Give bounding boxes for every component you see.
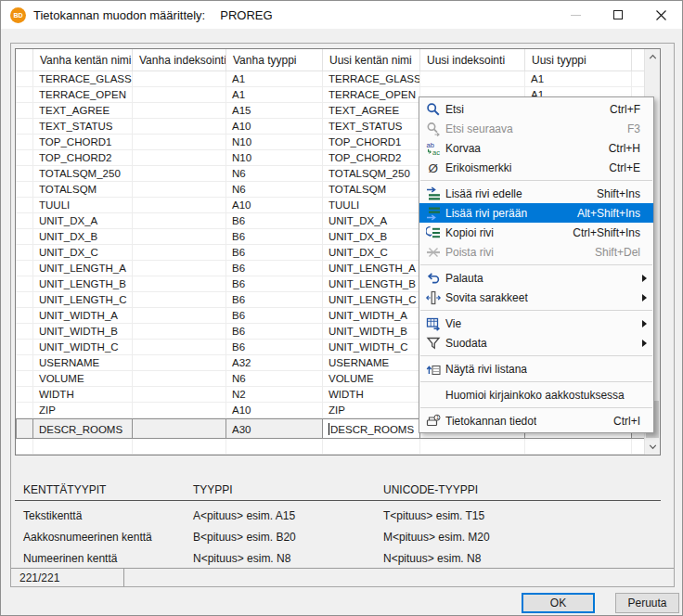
- menu-item-lisaa-rivi-peraan[interactable]: Lisää rivi peräänAlt+Shift+Ins: [419, 203, 653, 223]
- row-gutter: [16, 135, 33, 150]
- menu-item-shortcut: Ctrl+H: [609, 142, 651, 155]
- row-gutter: [16, 355, 33, 371]
- old-type-cell: B6: [226, 276, 323, 292]
- menu-item-vie[interactable]: Vie: [419, 314, 653, 333]
- fit-columns-icon: [421, 290, 445, 305]
- field-type-name: Numeerinen kenttä: [23, 552, 193, 565]
- old-type-cell: B6: [226, 213, 323, 229]
- scroll-down-button[interactable]: [645, 439, 661, 455]
- menu-item-label: Vie: [445, 317, 461, 330]
- new-field-name-cell: WIDTH: [323, 387, 420, 403]
- new-field-name-cell: UNIT_DX_A: [323, 213, 420, 229]
- row-gutter: [16, 387, 33, 403]
- menu-item-shortcut: Ctrl+I: [613, 415, 651, 428]
- dialog-window: BD Tietokannan muodon määrittely:PROREG …: [0, 0, 683, 616]
- menu-item-label: Tietokannan tiedot: [445, 415, 536, 428]
- menu-item-suodata[interactable]: Suodata: [419, 333, 653, 353]
- old-field-name-cell: UNIT_WIDTH_C: [33, 340, 133, 355]
- old-type-cell: N6: [226, 371, 323, 387]
- old-type-cell: A10: [226, 403, 323, 418]
- old-field-name-cell: TERRACE_OPEN: [33, 87, 133, 103]
- menu-item-huomioi-kirjainkoko-aakkostuksessa[interactable]: Huomioi kirjainkoko aakkostuksessa: [419, 385, 653, 404]
- column-header[interactable]: Uusi tyyppi: [525, 49, 632, 71]
- submenu-arrow-icon: [642, 294, 647, 302]
- menu-item-etsi[interactable]: EtsiCtrl+F: [419, 99, 653, 119]
- new-field-name-cell: TOTALSQM: [323, 182, 420, 198]
- old-index-cell: [133, 103, 226, 119]
- old-index-cell: [133, 340, 226, 355]
- menu-item-erikoismerkki[interactable]: ØErikoismerkkiCtrl+E: [419, 158, 653, 177]
- legend-row: TekstikenttäA<pituus> esim. A15T<pituus>…: [15, 501, 661, 522]
- svg-text:Ø: Ø: [429, 161, 439, 175]
- column-header[interactable]: Uusi kentän nimi: [323, 49, 420, 71]
- type-syntax: A<pituus> esim. A15: [193, 509, 383, 522]
- export-icon: [421, 316, 445, 331]
- old-type-cell: N10: [226, 135, 323, 150]
- status-divider: [123, 569, 124, 586]
- row-gutter: [16, 150, 33, 166]
- titlebar[interactable]: BD Tietokannan muodon määrittely:PROREG: [1, 1, 682, 29]
- old-type-cell: A30: [226, 418, 323, 439]
- old-index-cell: [133, 198, 226, 213]
- menu-item-lisaa-rivi-edelle[interactable]: Lisää rivi edelleShift+Ins: [419, 184, 653, 203]
- old-type-cell: A32: [226, 355, 323, 371]
- close-button[interactable]: [639, 1, 682, 29]
- menu-item-tietokannan-tiedot[interactable]: 1Tietokannan tiedotCtrl+I: [419, 411, 653, 430]
- menu-item-nayta-rivi-listana[interactable]: Näytä rivi listana: [419, 359, 653, 379]
- menu-item-kopioi-rivi[interactable]: Kopioi riviCtrl+Shift+Ins: [419, 223, 653, 242]
- menu-item-label: Näytä rivi listana: [445, 363, 527, 376]
- old-index-cell: [133, 150, 226, 166]
- row-gutter: [16, 340, 33, 355]
- column-header[interactable]: Vanha indeksointi: [133, 49, 226, 71]
- new-field-name-cell: TOP_CHORD2: [323, 150, 420, 166]
- field-type-name: Tekstikenttä: [23, 509, 193, 522]
- chevron-up-icon: [647, 51, 659, 63]
- cancel-button[interactable]: Peruuta: [615, 593, 679, 613]
- menu-item-palauta[interactable]: Palauta: [419, 268, 653, 288]
- column-header[interactable]: Uusi indeksointi: [420, 49, 525, 71]
- old-field-name-cell: UNIT_LENGTH_B: [33, 276, 133, 292]
- column-header[interactable]: Vanha kentän nimi: [33, 49, 133, 71]
- old-field-name-cell: UNIT_WIDTH_B: [33, 324, 133, 340]
- menu-item-sovita-sarakkeet[interactable]: Sovita sarakkeet: [419, 288, 653, 307]
- legend-row: Numeerinen kenttäN<pituus> esim. N8N<pit…: [15, 544, 661, 565]
- old-index-cell: [133, 371, 226, 387]
- row-gutter: [16, 403, 33, 418]
- menu-item-shortcut: Ctrl+E: [609, 161, 651, 174]
- menu-item-label: Lisää rivi perään: [445, 207, 527, 220]
- menu-item-label: Poista rivi: [445, 246, 494, 259]
- old-type-cell: N10: [226, 150, 323, 166]
- row-gutter: [16, 261, 33, 276]
- old-index-cell: [133, 119, 226, 135]
- submenu-arrow-icon: [642, 320, 647, 327]
- submenu-arrow-icon: [642, 275, 647, 282]
- row-gutter-header: [16, 49, 33, 71]
- minimize-icon: [571, 15, 581, 16]
- old-field-name-cell: TEXT_AGREE: [33, 103, 133, 119]
- menu-separator: [420, 180, 652, 181]
- scroll-up-button[interactable]: [645, 49, 661, 65]
- menu-item-korvaa[interactable]: abacKorvaaCtrl+H: [419, 138, 653, 158]
- menu-item-label: Lisää rivi edelle: [445, 187, 522, 200]
- column-header[interactable]: Vanha tyyppi: [226, 49, 323, 71]
- new-field-name-cell: TERRACE_GLASS: [323, 71, 420, 87]
- new-field-name-editbox[interactable]: DESCR_ROOMS: [323, 418, 420, 439]
- ok-button[interactable]: OK: [522, 593, 595, 613]
- minimize-button[interactable]: [554, 1, 597, 29]
- old-index-cell: [133, 308, 226, 324]
- menu-item-shortcut: Shift+Del: [595, 246, 651, 259]
- empty-cell: [16, 439, 33, 455]
- old-field-name-cell: ZIP: [33, 403, 133, 418]
- menu-separator: [420, 355, 652, 356]
- row-gutter: [16, 324, 33, 340]
- old-field-name-cell: UNIT_DX_C: [33, 245, 133, 261]
- maximize-button[interactable]: [597, 1, 639, 29]
- old-type-cell: N6: [226, 166, 323, 182]
- table-row[interactable]: TERRACE_GLASSA1TERRACE_GLASSA1: [16, 71, 660, 87]
- legend-header: KENTTÄTYYPIT: [23, 483, 193, 498]
- old-index-cell: [133, 387, 226, 403]
- new-field-name-cell: TEXT_STATUS: [323, 119, 420, 135]
- empty-row: [16, 439, 660, 455]
- row-gutter: [16, 418, 33, 439]
- field-types-legend: KENTTÄTYYPIT TYYPPI UNICODE-TYYPPI Tekst…: [15, 478, 661, 565]
